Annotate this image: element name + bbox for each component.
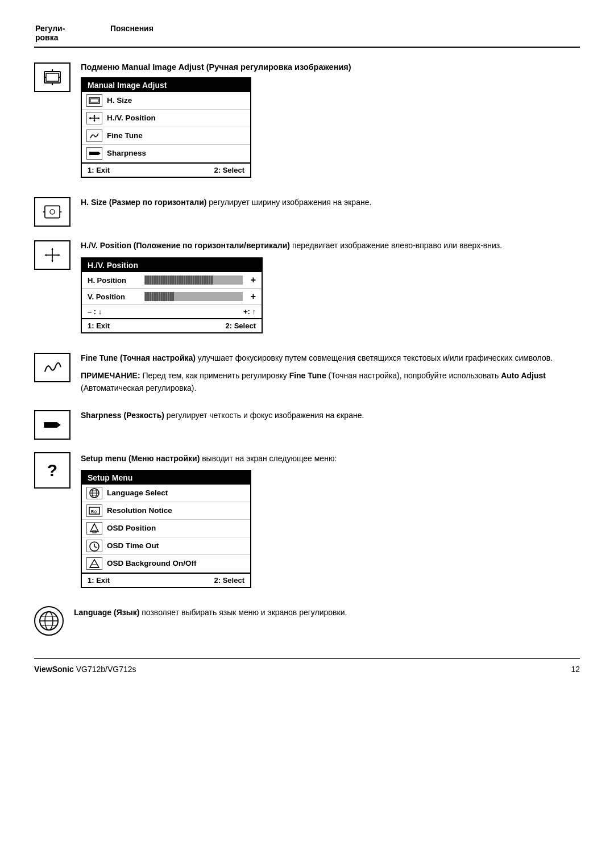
manual-image-adjust-content: Подменю Manual Image Adjust (Ручная регу… [81, 61, 580, 183]
hsize-icon-large-svg [42, 202, 63, 222]
hsize-section: H. Size (Размер по горизонтали) регулиру… [34, 196, 580, 227]
osd-row-hvposition: H./V. Position [82, 110, 250, 127]
hv-exit-label: 1: Exit [88, 322, 110, 330]
hvposition-rest-text: передвигает изображение влево-вправо или… [290, 241, 502, 250]
hvposition-bold-text: H./V. Position (Положение по горизонтали… [81, 241, 290, 250]
hv-arrows: – : ↓ +: ↑ [82, 305, 262, 318]
setup-osdbg-label: OSD Background On/Off [107, 559, 197, 567]
setup-row-resolution: R◇ Resolution Notice [82, 502, 250, 520]
hv-h-row: H. Position + [82, 272, 262, 289]
svg-rect-24 [44, 422, 57, 428]
hvposition-icon-large-svg [42, 245, 63, 265]
sharpness-bold-text: Sharpness (Резкость) [81, 411, 164, 420]
setup-language-label: Language Select [107, 489, 168, 497]
hvposition-icon-svg [88, 114, 101, 123]
sharpness-section: Sharpness (Резкость) регулирует четкость… [34, 409, 580, 440]
osd-sharpness-icon [86, 147, 102, 160]
footer-brand: ViewSonic [34, 665, 74, 674]
finetune-icon-svg [88, 131, 101, 140]
osd-row-finetune: Fine Tune [82, 127, 250, 145]
svg-rect-7 [90, 99, 98, 102]
hvposition-section: H./V. Position (Положение по горизонтали… [34, 239, 580, 339]
svg-marker-13 [93, 120, 96, 122]
finetune-note-bold2: Fine Tune [289, 371, 326, 380]
finetune-icon-large-svg [42, 357, 63, 378]
setup-select-label: 2: Select [214, 576, 244, 585]
sharpness-icon-large-svg [42, 415, 63, 435]
finetune-bold-text: Fine Tune (Точная настройка) [81, 353, 196, 362]
osdtimeout-icon-svg [88, 540, 101, 552]
setup-resolution-icon: R◇ [86, 504, 102, 517]
hsize-content: H. Size (Размер по горизонтали) регулиру… [81, 196, 580, 208]
svg-rect-14 [89, 152, 98, 155]
sharpness-description: Sharpness (Резкость) регулирует четкость… [81, 409, 580, 422]
osdbg-icon-svg [88, 558, 101, 569]
hv-v-plus: + [251, 291, 256, 302]
setup-language-icon [86, 487, 102, 499]
hv-plus-arrow: +: ↑ [243, 307, 256, 316]
setup-osdbg-icon [86, 557, 102, 570]
manual-image-adjust-footer: 1: Exit 2: Select [82, 162, 250, 177]
manual-image-adjust-menu-title: Manual Image Adjust [82, 78, 250, 92]
hv-h-label: H. Position [88, 276, 139, 285]
hvposition-icon-box [34, 240, 70, 270]
finetune-content: Fine Tune (Точная настройка) улучшает фо… [81, 352, 580, 397]
svg-marker-38 [90, 560, 99, 567]
osd-finetune-label: Fine Tune [107, 131, 143, 140]
svg-marker-22 [51, 248, 53, 249]
setup-menu-content: Setup menu (Меню настройки) выводит на э… [81, 452, 580, 593]
footer-page-number: 12 [571, 665, 580, 674]
language-globe-icon-box [34, 606, 64, 636]
hsize-icon-svg [88, 96, 101, 105]
svg-rect-16 [45, 206, 60, 218]
header-regulation-label: Регули- ровка [35, 24, 65, 42]
setup-resolution-label: Resolution Notice [107, 506, 172, 515]
hv-select-label: 2: Select [226, 322, 256, 330]
setup-row-language: Language Select [82, 485, 250, 502]
language-description: Language (Язык) позволяет выбирать язык … [74, 606, 580, 619]
setup-row-osdbg: OSD Background On/Off [82, 555, 250, 573]
header-col1: Регули- ровка [35, 24, 109, 42]
hsize-rest-text: регулирует ширину изображения на экране. [206, 198, 371, 207]
hv-v-row: V. Position + [82, 289, 262, 305]
osdposition-icon-svg [88, 523, 101, 534]
question-mark-icon: ? [47, 461, 57, 480]
setup-menu-intro-rest: выводит на экран следующее меню: [200, 454, 337, 463]
manual-image-adjust-menu: Manual Image Adjust H. Size [81, 77, 251, 178]
svg-rect-1 [46, 73, 59, 81]
setup-osdposition-label: OSD Position [107, 524, 156, 532]
manual-image-adjust-title: Подменю Manual Image Adjust (Ручная регу… [81, 61, 580, 74]
finetune-note-text1: Перед тем, как применить регулировку [140, 371, 289, 380]
hv-menu-title: H./V. Position [82, 258, 262, 272]
finetune-note-bold: ПРИМЕЧАНИЕ: [81, 371, 140, 380]
osd-sharpness-label: Sharpness [107, 149, 146, 157]
header-col2: Пояснения [110, 24, 579, 42]
manual-image-adjust-icon [34, 62, 70, 92]
svg-marker-12 [93, 115, 96, 116]
svg-marker-11 [98, 117, 99, 119]
globe-icon-svg [88, 487, 101, 499]
language-globe-svg [36, 608, 61, 633]
finetune-icon-box [34, 353, 70, 382]
language-content: Language (Язык) позволяет выбирать язык … [74, 606, 580, 619]
osd-hsize-label: H. Size [107, 96, 132, 105]
svg-marker-23 [51, 260, 53, 262]
osd-row-hsize: H. Size [82, 92, 250, 110]
manual-image-adjust-section: Подменю Manual Image Adjust (Ручная регу… [34, 61, 580, 183]
hvposition-content: H./V. Position (Положение по горизонтали… [81, 239, 580, 339]
finetune-note-text3: (Автоматическая регулировка). [81, 383, 196, 393]
osd-row-sharpness: Sharpness [82, 145, 250, 162]
setup-menu-title: Setup Menu [82, 471, 250, 485]
setup-row-osdposition: OSD Position [82, 520, 250, 537]
hv-v-fill [144, 292, 174, 301]
finetune-section: Fine Tune (Точная настройка) улучшает фо… [34, 352, 580, 397]
setup-menu-intro-bold: Setup menu (Меню настройки) [81, 454, 200, 463]
svg-point-17 [50, 210, 55, 214]
finetune-rest-text: улучшает фокусировку путем совмещения св… [196, 353, 553, 362]
resolution-icon-svg: R◇ [88, 505, 101, 516]
hv-footer: 1: Exit 2: Select [82, 318, 262, 332]
hv-v-bar [144, 292, 243, 301]
finetune-note-bold3: Auto Adjust [501, 371, 546, 380]
setup-menu-footer: 1: Exit 2: Select [82, 573, 250, 587]
osd-hvposition-icon [86, 112, 102, 124]
